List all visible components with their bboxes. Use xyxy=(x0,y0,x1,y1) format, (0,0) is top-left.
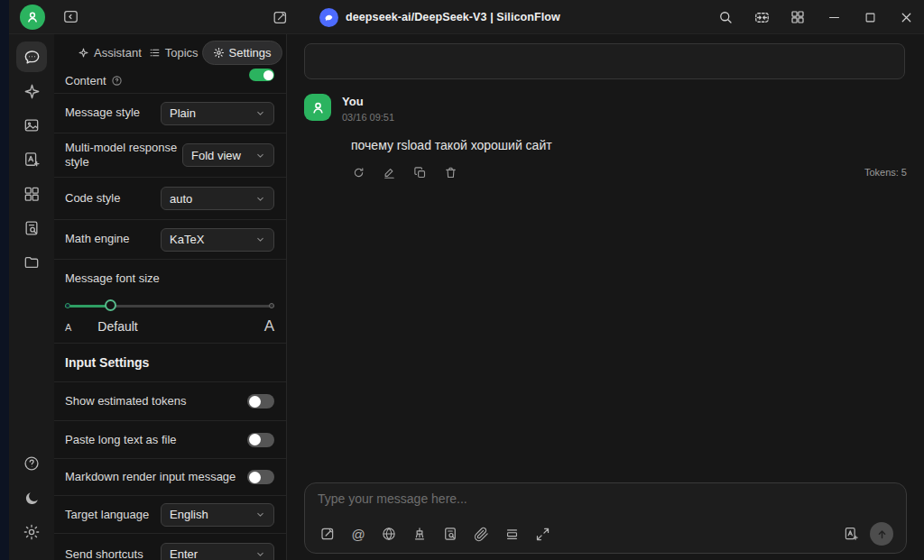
delete-message-button[interactable] xyxy=(443,165,457,179)
sidebar-item-minapps[interactable] xyxy=(16,179,47,209)
collapse-sidebar-button[interactable] xyxy=(61,8,79,26)
new-topic-button[interactable] xyxy=(318,524,337,544)
sidebar-item-help[interactable] xyxy=(16,448,47,479)
document-search-icon xyxy=(23,219,41,237)
font-size-slider[interactable] xyxy=(65,299,274,312)
regenerate-button[interactable] xyxy=(351,165,365,179)
select-value: auto xyxy=(170,192,192,206)
setting-row-font-size: Message font size A Default A xyxy=(54,259,286,343)
chat-bubble-icon xyxy=(23,48,42,67)
setting-row-message-style: Message style Plain xyxy=(54,93,286,133)
setting-row-markdown-render: Markdown render input message xyxy=(54,458,286,495)
user-avatar[interactable] xyxy=(20,5,45,30)
chevron-down-icon xyxy=(255,510,265,519)
sidebar-item-settings[interactable] xyxy=(16,517,47,547)
message-style-select[interactable]: Plain xyxy=(161,102,274,125)
copy-icon xyxy=(413,166,427,179)
paste-long-text-toggle[interactable] xyxy=(247,433,274,447)
expand-input-button[interactable] xyxy=(532,524,552,544)
clear-context-button[interactable] xyxy=(410,524,430,544)
attach-file-button[interactable] xyxy=(471,524,491,544)
folder-icon xyxy=(23,253,41,271)
slider-thumb[interactable] xyxy=(105,299,116,311)
message-avatar xyxy=(304,94,331,121)
compact-mode-button[interactable] xyxy=(744,0,780,34)
edit-icon xyxy=(319,526,336,542)
message-input[interactable] xyxy=(318,491,893,515)
tab-label: Topics xyxy=(165,46,199,60)
sidebar-item-knowledge[interactable] xyxy=(16,213,47,243)
sidebar-item-chat[interactable] xyxy=(16,41,47,72)
search-button[interactable] xyxy=(707,0,744,34)
copy-message-button[interactable] xyxy=(412,165,427,179)
topic-banner[interactable] xyxy=(304,43,905,79)
setting-label: Message style xyxy=(65,106,140,120)
setting-row-paste-long-text: Paste long text as file xyxy=(54,420,286,458)
sidebar-item-agents[interactable] xyxy=(16,76,47,106)
deepseek-logo xyxy=(319,8,338,27)
sidebar-item-theme[interactable] xyxy=(16,482,47,513)
sidebar-item-translate[interactable] xyxy=(16,144,47,175)
markdown-render-toggle[interactable] xyxy=(247,470,274,484)
model-title[interactable]: deepseek-ai/DeepSeek-V3 | SiliconFlow xyxy=(346,11,560,23)
message-timestamp: 03/16 09:51 xyxy=(342,112,394,123)
setting-label: Send shortcuts xyxy=(65,547,143,560)
close-button[interactable] xyxy=(888,0,924,34)
compact-mode-icon xyxy=(753,9,771,26)
setting-label: Paste long text as file xyxy=(65,433,177,447)
edit-icon xyxy=(272,9,289,26)
info-icon[interactable] xyxy=(111,75,123,87)
send-button[interactable] xyxy=(870,522,893,546)
setting-label: Code style xyxy=(65,191,120,206)
apps-grid-icon xyxy=(790,9,806,25)
app-window: deepseek-ai/DeepSeek-V3 | SiliconFlow xyxy=(0,0,924,560)
gear-icon xyxy=(213,47,225,59)
list-icon xyxy=(149,47,161,59)
mention-icon: @ xyxy=(351,528,365,541)
setting-row-multi-model: Multi-model response style Fold view xyxy=(54,133,286,177)
select-value: Enter xyxy=(170,547,198,560)
setting-row-target-language: Target language English xyxy=(54,495,286,533)
chevron-down-icon xyxy=(255,234,265,244)
translate-input-button[interactable] xyxy=(841,524,861,544)
target-language-select[interactable]: English xyxy=(161,503,274,527)
minimize-button[interactable] xyxy=(816,0,852,34)
apps-grid-button[interactable] xyxy=(780,0,816,34)
maximize-button[interactable] xyxy=(852,0,888,34)
context-divider-button[interactable] xyxy=(502,524,522,544)
show-tokens-toggle[interactable] xyxy=(247,394,274,409)
composer: @ xyxy=(304,482,907,554)
chevron-down-icon xyxy=(255,194,265,204)
document-search-icon xyxy=(442,526,458,542)
mention-model-button[interactable]: @ xyxy=(348,524,368,544)
titlebar: deepseek-ai/DeepSeek-V3 | SiliconFlow xyxy=(9,0,924,34)
image-icon xyxy=(23,116,41,134)
panel-tabs: Assistant Topics Settings xyxy=(54,34,286,70)
sidebar-item-files[interactable] xyxy=(16,247,47,278)
content-toggle[interactable] xyxy=(249,69,274,81)
globe-icon xyxy=(381,526,397,542)
new-chat-button[interactable] xyxy=(271,8,289,26)
multi-model-select[interactable]: Fold view xyxy=(182,143,274,167)
broom-icon xyxy=(411,526,428,542)
setting-row-code-style: Code style auto xyxy=(54,177,286,219)
edit-message-button[interactable] xyxy=(382,165,396,179)
grid-icon xyxy=(23,185,41,203)
tab-settings[interactable]: Settings xyxy=(202,41,282,65)
setting-label: Markdown render input message xyxy=(65,470,236,484)
knowledge-base-button[interactable] xyxy=(440,524,460,544)
tab-topics[interactable]: Topics xyxy=(145,41,202,65)
math-engine-select[interactable]: KaTeX xyxy=(161,228,274,252)
moon-icon xyxy=(23,490,41,507)
chevron-down-icon xyxy=(255,151,265,161)
setting-row-send-shortcuts: Send shortcuts Enter xyxy=(54,533,286,560)
translate-icon xyxy=(843,526,859,542)
send-shortcuts-select[interactable]: Enter xyxy=(161,543,274,560)
web-search-button[interactable] xyxy=(379,524,399,544)
message-author: You xyxy=(342,94,394,108)
tab-assistant[interactable]: Assistant xyxy=(74,41,145,65)
maximize-icon xyxy=(864,11,877,24)
sidebar-item-paintings[interactable] xyxy=(16,110,47,141)
font-size-label: Message font size xyxy=(65,271,274,286)
code-style-select[interactable]: auto xyxy=(161,187,274,210)
